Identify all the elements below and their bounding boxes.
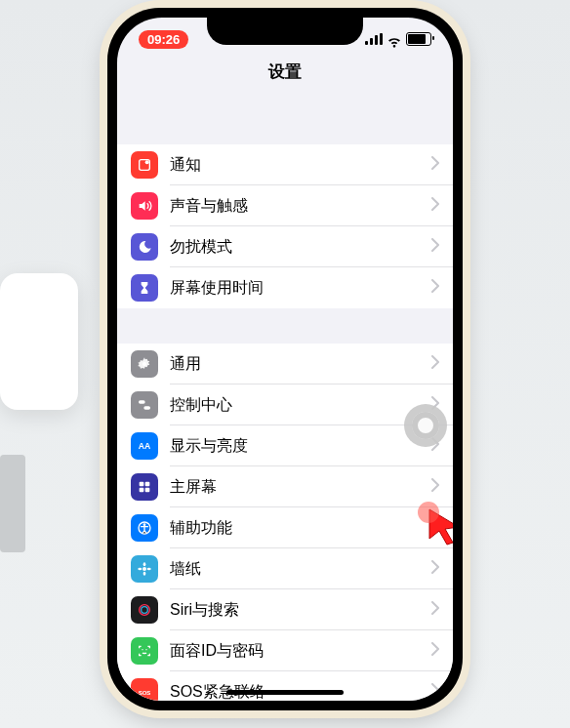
settings-row-wallpaper[interactable]: 墙纸 [117, 548, 453, 589]
settings-row-sos[interactable]: SOSSOS紧急联络 [117, 671, 453, 701]
row-label: 显示与亮度 [170, 436, 431, 457]
svg-rect-7 [145, 482, 150, 487]
svg-point-20 [145, 649, 146, 650]
settings-row-display[interactable]: AA显示与亮度 [117, 425, 453, 466]
status-time: 09:26 [139, 30, 188, 49]
settings-row-siri[interactable]: Siri与搜索 [117, 589, 453, 630]
notch [207, 18, 363, 45]
status-icons [365, 32, 431, 46]
row-label: 主屏幕 [170, 477, 431, 498]
row-label: 通用 [170, 354, 431, 375]
flower-icon [131, 555, 158, 583]
settings-row-faceid[interactable]: 面容ID与密码 [117, 630, 453, 671]
hourglass-icon [131, 274, 158, 302]
svg-point-12 [142, 567, 146, 571]
svg-point-15 [138, 568, 142, 571]
settings-row-screentime[interactable]: 屏幕使用时间 [117, 267, 453, 308]
svg-text:SOS: SOS [139, 690, 151, 696]
chevron-right-icon [431, 197, 439, 215]
row-label: 辅助功能 [170, 518, 431, 539]
settings-row-dnd[interactable]: 勿扰模式 [117, 226, 453, 267]
svg-point-16 [147, 568, 151, 571]
gear-icon [131, 350, 158, 378]
svg-rect-6 [140, 482, 144, 487]
sos-icon: SOS [131, 678, 158, 701]
row-label: 通知 [170, 155, 431, 176]
chevron-right-icon [431, 156, 439, 174]
settings-row-sounds[interactable]: 声音与触感 [117, 185, 453, 226]
svg-rect-8 [140, 488, 144, 493]
page-title: 设置 [117, 61, 453, 83]
row-label: 墙纸 [170, 559, 431, 580]
row-label: 勿扰模式 [170, 237, 431, 258]
svg-rect-4 [143, 406, 150, 409]
settings-row-accessibility[interactable]: 辅助功能 [117, 507, 453, 548]
svg-point-19 [142, 649, 142, 650]
svg-point-1 [145, 160, 149, 164]
assistive-touch-button[interactable] [404, 404, 447, 447]
settings-group: 通知声音与触感勿扰模式屏幕使用时间 [117, 144, 453, 308]
row-label: 控制中心 [170, 395, 431, 416]
svg-point-18 [142, 607, 148, 614]
background-object [0, 273, 78, 410]
svg-point-11 [143, 523, 146, 526]
settings-row-general[interactable]: 通用 [117, 344, 453, 384]
wifi-icon [387, 33, 402, 45]
moon-icon [131, 233, 158, 261]
chevron-right-icon [431, 279, 439, 297]
switches-icon [131, 391, 158, 419]
settings-row-notifications[interactable]: 通知 [117, 144, 453, 185]
chevron-right-icon [431, 560, 439, 578]
svg-rect-9 [145, 488, 150, 493]
svg-point-14 [143, 572, 146, 576]
accessibility-icon [131, 514, 158, 542]
phone-frame: 09:26 设置 通知声音与触感勿扰模式屏幕使用时间通用控制中心AA显示与亮度主… [107, 8, 463, 710]
battery-icon [406, 32, 431, 46]
row-label: Siri与搜索 [170, 600, 431, 621]
chevron-right-icon [431, 238, 439, 256]
chevron-right-icon [431, 601, 439, 619]
svg-rect-3 [139, 400, 145, 403]
row-label: 屏幕使用时间 [170, 278, 431, 299]
settings-group: 通用控制中心AA显示与亮度主屏幕辅助功能墙纸Siri与搜索面容ID与密码SOSS… [117, 344, 453, 701]
row-label: 声音与触感 [170, 196, 431, 217]
speaker-icon [131, 192, 158, 220]
signal-icon [365, 33, 383, 45]
home-indicator[interactable] [226, 690, 344, 695]
chevron-right-icon [431, 355, 439, 373]
chevron-right-icon [431, 642, 439, 660]
chevron-right-icon [431, 683, 439, 701]
chevron-right-icon [431, 478, 439, 496]
grid-icon [131, 473, 158, 501]
faceid-icon [131, 637, 158, 665]
svg-text:AA: AA [139, 441, 151, 451]
settings-list[interactable]: 通知声音与触感勿扰模式屏幕使用时间通用控制中心AA显示与亮度主屏幕辅助功能墙纸S… [117, 94, 453, 701]
background-object [0, 455, 25, 552]
bell-icon [131, 151, 158, 179]
aa-icon: AA [131, 432, 158, 460]
settings-row-controlcenter[interactable]: 控制中心 [117, 384, 453, 425]
arrow-cursor-overlay [424, 506, 453, 550]
siri-icon [131, 596, 158, 624]
svg-point-13 [143, 562, 146, 566]
phone-screen: 09:26 设置 通知声音与触感勿扰模式屏幕使用时间通用控制中心AA显示与亮度主… [117, 18, 453, 701]
settings-row-homescreen[interactable]: 主屏幕 [117, 466, 453, 507]
row-label: 面容ID与密码 [170, 641, 431, 662]
